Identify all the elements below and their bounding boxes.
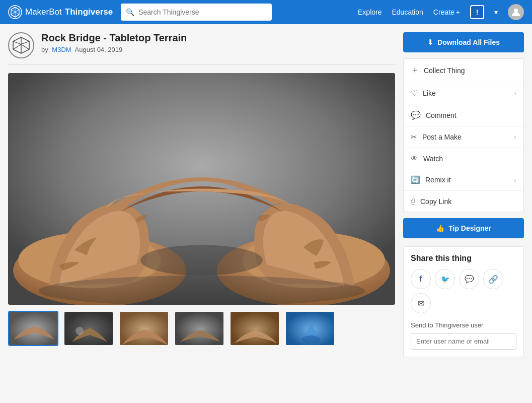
share-link-button[interactable]: 🔗 [483, 269, 503, 289]
logo[interactable]: MakerBot Thingiverse [8, 5, 113, 19]
svg-line-13 [13, 44, 21, 49]
main-image-container [8, 73, 395, 305]
search-input[interactable] [138, 8, 267, 16]
notification-button[interactable]: ! [470, 5, 484, 19]
download-all-files-button[interactable]: ⬇ Download All Files [403, 32, 524, 52]
post-make-icon: ✂ [411, 132, 417, 142]
search-bar: 🔍 [121, 4, 272, 21]
avatar-icon [511, 7, 521, 17]
svg-line-14 [21, 44, 29, 49]
header: MakerBot Thingiverse 🔍 Explore Education… [0, 0, 532, 24]
logo-makerbot: MakerBot [25, 7, 62, 17]
like-icon: ♡ [411, 88, 418, 98]
share-icons-row: f 🐦 💬 🔗 [411, 269, 516, 289]
remix-arrow-icon: › [514, 176, 516, 184]
thumbnail-2[interactable] [63, 311, 114, 346]
avatar[interactable] [508, 4, 524, 20]
whatsapp-icon: 💬 [465, 275, 474, 284]
thumbnail-6[interactable] [285, 311, 335, 346]
email-icon: ✉ [418, 299, 424, 308]
like-item-left: ♡ Like [411, 88, 436, 98]
header-nav: Explore Education Create + ! ▾ [358, 4, 524, 20]
share-title: Share this thing [411, 254, 516, 263]
thumb-5-image [231, 312, 280, 346]
twitter-icon: 🐦 [441, 275, 449, 283]
svg-marker-7 [21, 37, 29, 44]
thumbnail-5[interactable] [230, 311, 280, 346]
main-content: Rock Bridge - Tabletop Terrain by M3DM A… [0, 24, 532, 365]
like-label: Like [423, 89, 436, 97]
nav-education[interactable]: Education [392, 8, 423, 16]
share-facebook-button[interactable]: f [411, 269, 431, 289]
tip-icon: 👍 [436, 224, 444, 232]
watch-icon: 👁 [411, 154, 418, 163]
nav-create-label: Create [433, 8, 454, 16]
thing-title-area: Rock Bridge - Tabletop Terrain by M3DM A… [41, 32, 187, 53]
d20-icon [12, 36, 30, 54]
post-make-label: Post a Make [422, 133, 462, 141]
svg-point-20 [140, 245, 263, 276]
share-twitter-button[interactable]: 🐦 [435, 269, 455, 289]
post-make-item-left: ✂ Post a Make [411, 132, 462, 142]
thumb-4-image [175, 312, 224, 346]
collect-icon: ＋ [411, 65, 419, 76]
like-arrow-icon: › [514, 89, 516, 97]
thing-logo [8, 32, 34, 58]
nav-explore[interactable]: Explore [358, 8, 382, 16]
send-section-title: Send to Thingiverse user [411, 321, 516, 329]
thumb-3-image [120, 312, 169, 346]
share-whatsapp-button[interactable]: 💬 [459, 269, 479, 289]
like-item[interactable]: ♡ Like › [404, 82, 523, 104]
share-section: Share this thing f 🐦 💬 🔗 ✉ [403, 246, 524, 357]
thingiverse-logo-icon [8, 5, 22, 19]
facebook-icon: f [419, 275, 422, 284]
thing-byline: by M3DM August 04, 2019 [41, 46, 187, 53]
svg-point-5 [514, 9, 518, 13]
left-panel: Rock Bridge - Tabletop Terrain by M3DM A… [8, 32, 395, 357]
share-email-button[interactable]: ✉ [411, 293, 431, 313]
remix-label: Remix it [425, 176, 451, 184]
nav-create-plus: + [456, 8, 460, 16]
nav-create[interactable]: Create + [433, 8, 460, 16]
thumbnails-row [8, 311, 395, 346]
collect-label: Collect Thing [424, 66, 465, 75]
thing-date: August 04, 2019 [75, 46, 123, 53]
by-prefix: by [41, 46, 48, 53]
download-icon: ⬇ [427, 38, 433, 46]
thumbnail-1[interactable] [8, 311, 58, 346]
download-label: Download All Files [437, 38, 500, 46]
watch-item[interactable]: 👁 Watch [404, 148, 523, 169]
remix-item[interactable]: 🔄 Remix it › [404, 169, 523, 191]
post-make-item[interactable]: ✂ Post a Make › [404, 126, 523, 148]
thumb-2-image [64, 312, 114, 346]
watch-label: Watch [423, 155, 443, 163]
logo-thingiverse: Thingiverse [65, 7, 113, 17]
share-email-row: ✉ [411, 293, 516, 313]
copy-link-item[interactable]: ⎙ Copy Link [404, 191, 523, 212]
thing-title: Rock Bridge - Tabletop Terrain [41, 32, 187, 44]
link-icon: 🔗 [488, 275, 498, 284]
thumb-1-image [9, 312, 58, 346]
right-panel: ⬇ Download All Files ＋ Collect Thing ♡ L… [403, 32, 524, 357]
nav-dropdown-icon[interactable]: ▾ [494, 8, 498, 16]
send-to-user-input[interactable] [411, 333, 516, 350]
collect-thing-item[interactable]: ＋ Collect Thing [404, 59, 523, 82]
remix-item-left: 🔄 Remix it [411, 175, 451, 184]
svg-point-29 [302, 335, 320, 344]
rock-bridge-image [8, 73, 395, 305]
thumb-6-image [286, 312, 335, 346]
thumbnail-4[interactable] [174, 311, 224, 346]
comment-label: Comment [426, 111, 457, 119]
thing-header: Rock Bridge - Tabletop Terrain by M3DM A… [8, 32, 395, 65]
action-list: ＋ Collect Thing ♡ Like › 💬 Comment ✂ Pos… [403, 58, 524, 212]
thumbnail-3[interactable] [119, 311, 169, 346]
copy-link-label: Copy Link [420, 197, 451, 206]
comment-item[interactable]: 💬 Comment [404, 104, 523, 126]
svg-point-21 [39, 276, 365, 305]
thing-author-link[interactable]: M3DM [52, 46, 71, 53]
tip-designer-button[interactable]: 👍 Tip Designer [403, 218, 524, 238]
copy-link-icon: ⎙ [411, 197, 415, 206]
svg-marker-8 [13, 37, 21, 44]
comment-icon: 💬 [411, 110, 421, 120]
search-icon: 🔍 [126, 8, 134, 16]
